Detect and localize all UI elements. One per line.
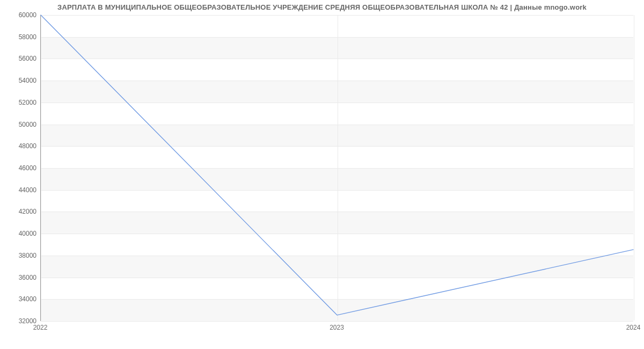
y-tick-label: 52000 <box>4 99 36 106</box>
y-tick-label: 58000 <box>4 33 36 41</box>
y-tick-label: 32000 <box>4 317 36 325</box>
chart-title: ЗАРПЛАТА В МУНИЦИПАЛЬНОЕ ОБЩЕОБРАЗОВАТЕЛ… <box>0 3 644 11</box>
y-tick-label: 60000 <box>4 11 36 19</box>
y-tick-label: 36000 <box>4 274 36 281</box>
y-tick-label: 44000 <box>4 186 36 194</box>
plot-area <box>40 15 633 321</box>
y-tick-label: 48000 <box>4 142 36 150</box>
y-tick-label: 40000 <box>4 230 36 237</box>
y-tick-label: 50000 <box>4 121 36 128</box>
y-tick-label: 38000 <box>4 252 36 259</box>
y-tick-label: 46000 <box>4 164 36 172</box>
x-tick-label: 2022 <box>33 324 48 331</box>
line-layer <box>41 15 633 321</box>
x-tick-label: 2024 <box>626 324 641 331</box>
x-gridline <box>634 15 634 321</box>
chart-container: ЗАРПЛАТА В МУНИЦИПАЛЬНОЕ ОБЩЕОБРАЗОВАТЕЛ… <box>0 0 644 349</box>
y-tick-label: 54000 <box>4 77 36 84</box>
y-tick-label: 56000 <box>4 55 36 62</box>
series-line <box>41 15 633 315</box>
y-tick-label: 42000 <box>4 208 36 215</box>
x-tick-label: 2023 <box>330 324 344 331</box>
y-gridline <box>41 321 633 322</box>
y-tick-label: 34000 <box>4 295 36 303</box>
